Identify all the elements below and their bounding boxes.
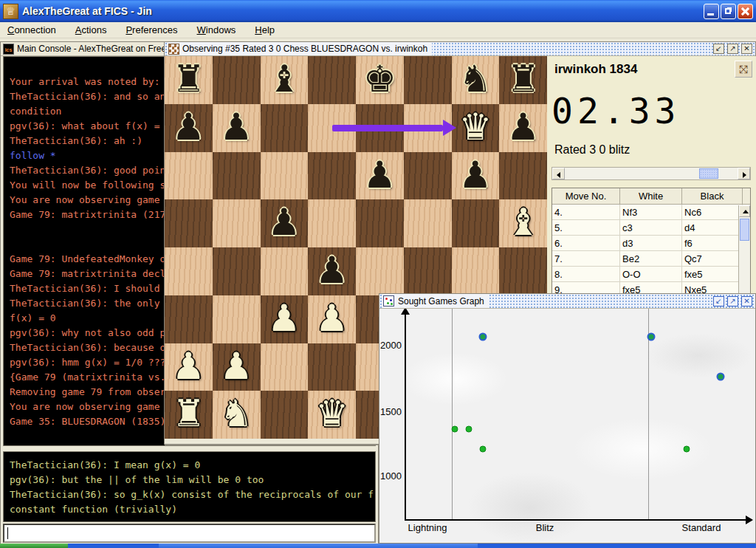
black-p-c5[interactable]: ♟ <box>261 199 309 247</box>
square-a3[interactable] <box>165 295 213 343</box>
scroll-left-button[interactable] <box>552 168 565 179</box>
square-f6[interactable] <box>404 152 452 200</box>
white-p-b2[interactable]: ♟ <box>213 343 261 391</box>
start-button[interactable] <box>0 544 68 548</box>
white-p-a2[interactable]: ♟ <box>165 343 213 391</box>
seek-point-blitz-1210[interactable] <box>480 446 487 453</box>
x-axis <box>405 519 749 521</box>
sought-games-graph[interactable]: 2000 1500 1000 Lightning Blitz Standard <box>379 309 755 543</box>
menu-windows[interactable]: Windows <box>197 24 236 35</box>
frame-close-button[interactable]: ✕ <box>741 44 752 54</box>
expand-board-button[interactable]: ⤡ ⤢ <box>735 61 752 78</box>
square-c7[interactable] <box>261 104 309 152</box>
square-b3[interactable] <box>213 295 261 343</box>
black-p-g6[interactable]: ♟ <box>452 152 500 200</box>
menu-preferences[interactable]: Preferences <box>126 24 177 35</box>
square-c1[interactable] <box>261 391 309 439</box>
black-p-b7[interactable]: ♟ <box>213 104 261 152</box>
square-a6[interactable] <box>165 152 213 200</box>
move-cell: 8. <box>552 267 620 281</box>
seek-point-standard-1210[interactable] <box>684 446 690 453</box>
console-output-latest[interactable]: TheTactician(36): I mean g(x) = 0pgv(36)… <box>3 451 376 522</box>
scrollbar-thumb-v[interactable] <box>740 219 749 241</box>
square-h6[interactable] <box>499 152 547 200</box>
white-r-a1[interactable]: ♜ <box>165 391 213 439</box>
square-a4[interactable] <box>165 247 213 295</box>
square-f8[interactable] <box>404 56 452 104</box>
app-window: ♕ AlexTheGreat at FICS - Jin ConnectionA… <box>0 0 756 548</box>
move-cell: O-O <box>620 267 682 281</box>
black-n-g8[interactable]: ♞ <box>452 56 500 104</box>
black-r-h8[interactable]: ♜ <box>499 56 547 104</box>
console-splitter[interactable] <box>3 446 376 451</box>
white-q-d1[interactable]: ♛ <box>308 391 356 439</box>
white-n-b1[interactable]: ♞ <box>213 391 261 439</box>
square-d2[interactable] <box>308 343 356 391</box>
square-b8[interactable] <box>213 56 261 104</box>
move-cell: 5. <box>552 220 620 235</box>
frame-restore-button[interactable]: ↙ <box>713 44 724 54</box>
seek-point-blitz-2060[interactable] <box>479 333 487 341</box>
window-titlebar[interactable]: ♕ AlexTheGreat at FICS - Jin <box>0 0 756 22</box>
move-row-8[interactable]: 8.O-Ofxe5 <box>552 267 750 282</box>
square-b6[interactable] <box>213 152 261 200</box>
console-input[interactable] <box>4 525 374 541</box>
seek-point-standard-1760[interactable] <box>717 373 725 381</box>
scroll-right-button[interactable] <box>738 168 750 179</box>
taskbar-button[interactable] <box>159 544 478 548</box>
white-p-c3[interactable]: ♟ <box>261 295 309 343</box>
square-c6[interactable] <box>261 152 309 200</box>
black-p-e6[interactable]: ♟ <box>356 152 404 200</box>
square-c2[interactable] <box>261 343 309 391</box>
move-row-5[interactable]: 5.c3d4 <box>552 220 750 236</box>
seek-point-blitz-1365[interactable] <box>452 426 458 433</box>
white-p-d3[interactable]: ♟ <box>308 295 356 343</box>
square-d6[interactable] <box>308 152 356 200</box>
sought-titlebar[interactable]: Sought Games Graph ↙ ↗ ✕ <box>379 294 755 309</box>
black-k-e8[interactable]: ♚ <box>356 56 404 104</box>
square-b4[interactable] <box>213 247 261 295</box>
black-p-h7[interactable]: ♟ <box>499 104 547 152</box>
observing-titlebar[interactable]: Observing #35 Rated 3 0 Chess BLUESDRAGO… <box>165 42 755 56</box>
move-row-7[interactable]: 7.Be2Qc7 <box>552 251 750 267</box>
frame-maximize-button[interactable]: ↗ <box>727 44 738 54</box>
move-cell: Qc7 <box>682 251 743 266</box>
square-d5[interactable] <box>308 199 356 247</box>
menu-connection[interactable]: Connection <box>7 24 56 35</box>
square-c4[interactable] <box>261 247 309 295</box>
black-b-c8[interactable]: ♝ <box>261 56 309 104</box>
square-e5[interactable] <box>356 199 404 247</box>
minimize-button[interactable] <box>704 4 719 19</box>
square-f5[interactable] <box>404 199 452 247</box>
seek-point-blitz-1365[interactable] <box>466 426 472 433</box>
black-p-d4[interactable]: ♟ <box>308 247 356 295</box>
square-e4[interactable] <box>356 247 404 295</box>
square-a5[interactable] <box>165 199 213 247</box>
game-type-label: Rated 3 0 blitz <box>554 143 630 157</box>
menu-help[interactable]: Help <box>255 24 275 35</box>
frame-close-button[interactable]: ✕ <box>741 296 752 306</box>
square-f4[interactable] <box>404 247 452 295</box>
square-b5[interactable] <box>213 199 261 247</box>
scroll-up-button[interactable] <box>739 205 750 217</box>
square-g4[interactable] <box>452 247 500 295</box>
window-title: AlexTheGreat at FICS - Jin <box>22 5 152 17</box>
move-row-4[interactable]: 4.Nf3Nc6 <box>552 205 750 220</box>
square-h4[interactable] <box>499 247 547 295</box>
white-q-g7[interactable]: ♛ <box>452 104 500 152</box>
white-b-h5[interactable]: ♝ <box>499 199 547 247</box>
black-r-a8[interactable]: ♜ <box>165 56 213 104</box>
square-g5[interactable] <box>452 199 500 247</box>
frame-maximize-button[interactable]: ↗ <box>727 296 738 306</box>
close-button[interactable] <box>738 4 753 19</box>
black-p-a7[interactable]: ♟ <box>165 104 213 152</box>
move-slider-scrollbar[interactable] <box>551 167 751 180</box>
menu-actions[interactable]: Actions <box>75 24 107 35</box>
seek-point-standard-2060[interactable] <box>647 333 656 341</box>
scrollbar-thumb[interactable] <box>699 168 718 179</box>
windows-taskbar[interactable] <box>0 544 756 548</box>
square-d8[interactable] <box>308 56 356 104</box>
frame-restore-button[interactable]: ↙ <box>713 296 724 306</box>
restore-button[interactable] <box>721 4 736 19</box>
move-row-6[interactable]: 6.d3f6 <box>552 236 750 251</box>
